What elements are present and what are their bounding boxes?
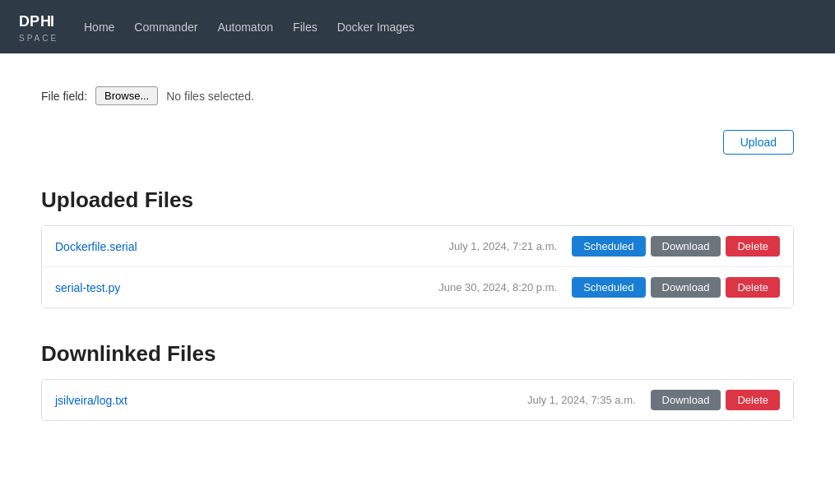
upload-button[interactable]: Upload	[723, 130, 794, 155]
navbar-links: HomeCommanderAutomatonFilesDocker Images	[82, 16, 416, 38]
table-row: serial-test.pyJune 30, 2024, 8:20 p.m.Sc…	[42, 267, 793, 307]
scheduled-button[interactable]: Scheduled	[572, 277, 645, 298]
logo: D P H I SPACE	[16, 8, 58, 45]
download-button[interactable]: Download	[651, 277, 721, 298]
navbar-link-automaton[interactable]: Automaton	[216, 16, 275, 38]
file-date: July 1, 2024, 7:35 a.m.	[527, 394, 636, 406]
file-name[interactable]: jsilveira/log.txt	[55, 394, 527, 407]
svg-text:SPACE: SPACE	[19, 34, 58, 43]
navbar-link-docker-images[interactable]: Docker Images	[336, 16, 416, 38]
file-field-row: File field: Browse... No files selected.	[41, 86, 794, 105]
file-date: July 1, 2024, 7:21 a.m.	[449, 240, 558, 252]
file-date: June 30, 2024, 8:20 p.m.	[438, 281, 557, 294]
table-row: jsilveira/log.txtJuly 1, 2024, 7:35 a.m.…	[42, 380, 793, 420]
download-button[interactable]: Download	[651, 236, 721, 257]
svg-text:P: P	[30, 13, 39, 30]
upload-row: Upload	[41, 130, 794, 155]
main-content: File field: Browse... No files selected.…	[0, 53, 835, 487]
delete-button[interactable]: Delete	[726, 277, 780, 298]
navbar: D P H I SPACE HomeCommanderAutomatonFile…	[0, 0, 835, 53]
browse-button[interactable]: Browse...	[95, 86, 158, 105]
navbar-link-home[interactable]: Home	[82, 16, 116, 38]
delete-button[interactable]: Delete	[726, 236, 780, 257]
navbar-link-commander[interactable]: Commander	[132, 16, 199, 38]
svg-text:I: I	[50, 13, 54, 30]
svg-text:D: D	[19, 13, 30, 30]
file-name[interactable]: serial-test.py	[55, 281, 438, 294]
file-name[interactable]: Dockerfile.serial	[55, 240, 449, 253]
download-button[interactable]: Download	[651, 390, 721, 410]
no-files-text: No files selected.	[166, 90, 254, 103]
uploaded-files-list: Dockerfile.serialJuly 1, 2024, 7:21 a.m.…	[41, 225, 794, 308]
downlinked-files-list: jsilveira/log.txtJuly 1, 2024, 7:35 a.m.…	[41, 379, 794, 421]
downlinked-files-heading: Downlinked Files	[41, 341, 794, 367]
table-row: Dockerfile.serialJuly 1, 2024, 7:21 a.m.…	[42, 226, 793, 267]
file-field-label: File field:	[41, 90, 87, 103]
navbar-link-files[interactable]: Files	[291, 16, 319, 38]
scheduled-button[interactable]: Scheduled	[572, 236, 645, 257]
uploaded-files-heading: Uploaded Files	[41, 187, 794, 213]
delete-button[interactable]: Delete	[726, 390, 780, 410]
